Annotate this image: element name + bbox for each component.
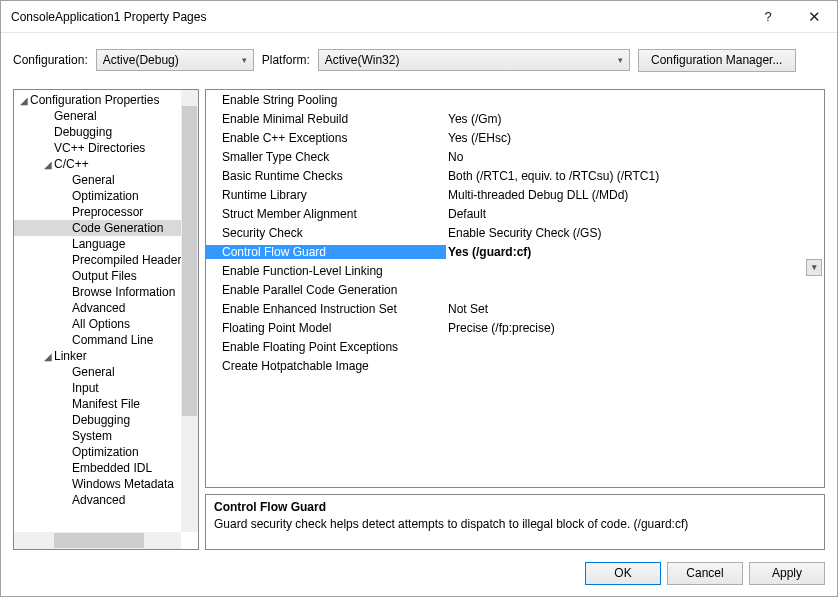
tree-item[interactable]: Manifest File <box>14 396 198 412</box>
scrollbar-vertical[interactable] <box>181 90 198 532</box>
dialog-footer: OK Cancel Apply <box>1 550 837 596</box>
help-button[interactable]: ? <box>745 2 791 32</box>
property-grid: Enable String PoolingEnable Minimal Rebu… <box>205 89 825 488</box>
property-name: Control Flow Guard <box>206 245 446 259</box>
property-row[interactable]: Control Flow GuardYes (/guard:cf)▾ <box>206 242 824 261</box>
tree-item[interactable]: Language <box>14 236 198 252</box>
property-value[interactable]: Multi-threaded Debug DLL (/MDd) <box>446 188 824 202</box>
property-row[interactable]: Enable Enhanced Instruction SetNot Set <box>206 299 824 318</box>
tree-item[interactable]: Optimization <box>14 444 198 460</box>
property-row[interactable]: Floating Point ModelPrecise (/fp:precise… <box>206 318 824 337</box>
apply-button[interactable]: Apply <box>749 562 825 585</box>
property-value[interactable]: Default <box>446 207 824 221</box>
property-row[interactable]: Runtime LibraryMulti-threaded Debug DLL … <box>206 185 824 204</box>
property-value[interactable]: No <box>446 150 824 164</box>
property-name: Enable Parallel Code Generation <box>206 283 446 297</box>
property-row[interactable]: Enable Floating Point Exceptions <box>206 337 824 356</box>
tree-item[interactable]: Command Line <box>14 332 198 348</box>
scrollbar-horizontal[interactable] <box>14 532 181 549</box>
property-name: Security Check <box>206 226 446 240</box>
collapse-icon[interactable]: ◢ <box>18 93 30 108</box>
property-name: Enable C++ Exceptions <box>206 131 446 145</box>
tree-item[interactable]: System <box>14 428 198 444</box>
tree-item-label: Browse Information <box>72 285 175 299</box>
property-row[interactable]: Create Hotpatchable Image <box>206 356 824 375</box>
tree-item[interactable]: Advanced <box>14 492 198 508</box>
tree-item[interactable]: General <box>14 108 198 124</box>
right-pane: Enable String PoolingEnable Minimal Rebu… <box>205 89 825 550</box>
tree-item[interactable]: General <box>14 364 198 380</box>
property-row[interactable]: Enable Function-Level Linking <box>206 261 824 280</box>
dropdown-button[interactable]: ▾ <box>806 259 822 276</box>
tree-item-label: Optimization <box>72 189 139 203</box>
property-value[interactable]: Enable Security Check (/GS) <box>446 226 824 240</box>
tree-item-label: Linker <box>54 349 87 363</box>
platform-label: Platform: <box>262 53 310 67</box>
property-row[interactable]: Enable Parallel Code Generation <box>206 280 824 299</box>
tree-item-label: Optimization <box>72 445 139 459</box>
property-name: Create Hotpatchable Image <box>206 359 446 373</box>
property-value[interactable]: Yes (/Gm) <box>446 112 824 126</box>
tree-item-label: Language <box>72 237 125 251</box>
tree-item-label: Preprocessor <box>72 205 143 219</box>
scrollbar-thumb-horizontal[interactable] <box>54 533 144 548</box>
tree-item-label: VC++ Directories <box>54 141 145 155</box>
tree-item[interactable]: Advanced <box>14 300 198 316</box>
tree-item[interactable]: Preprocessor <box>14 204 198 220</box>
property-value[interactable]: Precise (/fp:precise) <box>446 321 824 335</box>
tree-item-label: Advanced <box>72 493 125 507</box>
tree-item[interactable]: Input <box>14 380 198 396</box>
tree-item[interactable]: ◢Linker <box>14 348 198 364</box>
ok-button[interactable]: OK <box>585 562 661 585</box>
property-row[interactable]: Enable Minimal RebuildYes (/Gm) <box>206 109 824 128</box>
property-name: Enable Function-Level Linking <box>206 264 446 278</box>
close-button[interactable]: ✕ <box>791 2 837 32</box>
tree-item[interactable]: General <box>14 172 198 188</box>
property-name: Enable Enhanced Instruction Set <box>206 302 446 316</box>
expander-icon[interactable]: ◢ <box>42 157 54 172</box>
property-row[interactable]: Basic Runtime ChecksBoth (/RTC1, equiv. … <box>206 166 824 185</box>
tree-item-label: General <box>72 365 115 379</box>
property-row[interactable]: Smaller Type CheckNo <box>206 147 824 166</box>
property-value[interactable]: Yes (/guard:cf)▾ <box>446 245 824 259</box>
tree-item-label: Windows Metadata <box>72 477 174 491</box>
property-value[interactable]: Yes (/EHsc) <box>446 131 824 145</box>
tree-item[interactable]: Optimization <box>14 188 198 204</box>
tree-item[interactable]: Windows Metadata <box>14 476 198 492</box>
description-body: Guard security check helps detect attemp… <box>214 516 816 533</box>
property-row[interactable]: Security CheckEnable Security Check (/GS… <box>206 223 824 242</box>
tree-item[interactable]: Debugging <box>14 124 198 140</box>
platform-dropdown[interactable]: Active(Win32) ▾ <box>318 49 630 71</box>
configuration-bar: Configuration: Active(Debug) ▾ Platform:… <box>1 43 837 77</box>
property-row[interactable]: Struct Member AlignmentDefault <box>206 204 824 223</box>
tree-item[interactable]: Browse Information <box>14 284 198 300</box>
tree-item[interactable]: Precompiled Headers <box>14 252 198 268</box>
tree-item[interactable]: ◢C/C++ <box>14 156 198 172</box>
description-pane: Control Flow Guard Guard security check … <box>205 494 825 550</box>
configuration-dropdown[interactable]: Active(Debug) ▾ <box>96 49 254 71</box>
tree-item[interactable]: Debugging <box>14 412 198 428</box>
property-name: Floating Point Model <box>206 321 446 335</box>
configuration-manager-button[interactable]: Configuration Manager... <box>638 49 796 72</box>
tree-item[interactable]: All Options <box>14 316 198 332</box>
property-row[interactable]: Enable String Pooling <box>206 90 824 109</box>
property-value[interactable]: Not Set <box>446 302 824 316</box>
tree-item[interactable]: Code Generation <box>14 220 198 236</box>
scrollbar-thumb-vertical[interactable] <box>182 106 197 416</box>
property-name: Basic Runtime Checks <box>206 169 446 183</box>
tree-root[interactable]: ◢Configuration Properties <box>14 92 198 108</box>
expander-icon[interactable]: ◢ <box>42 349 54 364</box>
tree-item-label: General <box>72 173 115 187</box>
tree-item-label: C/C++ <box>54 157 89 171</box>
tree-item-label: General <box>54 109 97 123</box>
property-row[interactable]: Enable C++ ExceptionsYes (/EHsc) <box>206 128 824 147</box>
chevron-down-icon: ▾ <box>242 55 247 65</box>
tree-item[interactable]: VC++ Directories <box>14 140 198 156</box>
tree-item-label: Command Line <box>72 333 153 347</box>
cancel-button[interactable]: Cancel <box>667 562 743 585</box>
tree-item[interactable]: Output Files <box>14 268 198 284</box>
tree-item-label: Embedded IDL <box>72 461 152 475</box>
tree-item[interactable]: Embedded IDL <box>14 460 198 476</box>
property-value[interactable]: Both (/RTC1, equiv. to /RTCsu) (/RTC1) <box>446 169 824 183</box>
tree-item-label: Output Files <box>72 269 137 283</box>
